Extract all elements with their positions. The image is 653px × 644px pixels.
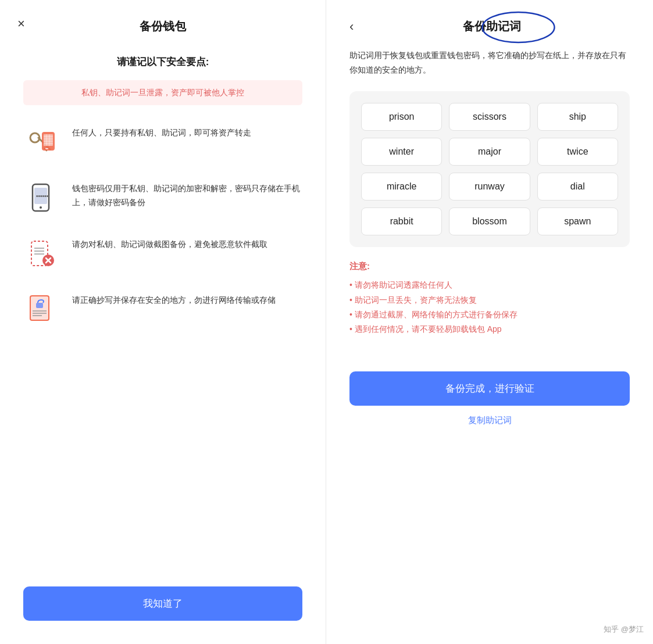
mnemonic-word-5: major bbox=[449, 138, 530, 166]
back-button[interactable]: ‹ bbox=[349, 20, 354, 33]
warning-banner: 私钥、助记词一旦泄露，资产即可被他人掌控 bbox=[23, 80, 302, 105]
right-panel: ‹ 备份助记词 助记词用于恢复钱包或重置钱包密码，将它准确的抄写在纸上，并存放在… bbox=[326, 0, 653, 644]
mnemonic-grid: prisonscissorsshipwintermajortwicemiracl… bbox=[349, 91, 630, 247]
right-header: ‹ 备份助记词 bbox=[349, 19, 630, 34]
mnemonic-word-8: runway bbox=[449, 173, 530, 201]
mnemonic-word-12: spawn bbox=[537, 207, 618, 235]
security-item-4: 请正确抄写并保存在安全的地方，勿进行网络传输或存储 bbox=[23, 291, 302, 328]
security-text-2: 钱包密码仅用于私钥、助记词的加密和解密，密码只存储在手机上，请做好密码备份 bbox=[72, 180, 302, 210]
svg-point-17 bbox=[40, 206, 42, 209]
acknowledge-button[interactable]: 我知道了 bbox=[23, 586, 302, 621]
security-text-3: 请勿对私钥、助记词做截图备份，避免被恶意软件截取 bbox=[72, 235, 267, 252]
document-icon bbox=[23, 291, 60, 328]
left-subtitle: 请谨记以下安全要点: bbox=[23, 55, 302, 69]
security-item-1: 任何人，只要持有私钥、助记词，即可将资产转走 bbox=[23, 124, 302, 161]
mnemonic-word-4: winter bbox=[361, 138, 442, 166]
notes-title: 注意: bbox=[349, 261, 630, 272]
mnemonic-word-10: rabbit bbox=[361, 207, 442, 235]
screenshot-icon bbox=[23, 235, 60, 273]
mnemonic-word-11: blossom bbox=[449, 207, 530, 235]
left-title: 备份钱包 bbox=[23, 19, 302, 34]
watermark: 知乎 @梦江 bbox=[604, 624, 644, 635]
security-item-3: 请勿对私钥、助记词做截图备份，避免被恶意软件截取 bbox=[23, 235, 302, 273]
security-text-4: 请正确抄写并保存在安全的地方，勿进行网络传输或存储 bbox=[72, 291, 276, 307]
mnemonic-word-2: scissors bbox=[449, 103, 530, 131]
right-desc: 助记词用于恢复钱包或重置钱包密码，将它准确的抄写在纸上，并存放在只有你知道的安全… bbox=[349, 48, 630, 77]
close-button[interactable]: × bbox=[17, 17, 25, 30]
note-item-3: • 请勿通过截屏、网络传输的方式进行备份保存 bbox=[349, 307, 630, 322]
svg-rect-27 bbox=[36, 303, 43, 308]
note-item-1: • 请勿将助记词透露给任何人 bbox=[349, 278, 630, 292]
mnemonic-word-7: miracle bbox=[361, 173, 442, 201]
svg-rect-5 bbox=[44, 134, 53, 146]
right-title: 备份助记词 bbox=[354, 19, 630, 34]
security-item-2: •••••• 钱包密码仅用于私钥、助记词的加密和解密，密码只存储在手机上，请做好… bbox=[23, 180, 302, 217]
svg-rect-6 bbox=[45, 148, 48, 149]
mnemonic-word-9: dial bbox=[537, 173, 618, 201]
copy-mnemonic-link[interactable]: 复制助记词 bbox=[349, 415, 630, 426]
note-item-4: • 遇到任何情况，请不要轻易卸载钱包 App bbox=[349, 322, 630, 337]
notes-list: • 请勿将助记词透露给任何人• 助记词一旦丢失，资产将无法恢复• 请勿通过截屏、… bbox=[349, 278, 630, 337]
warning-text: 私钥、助记词一旦泄露，资产即可被他人掌控 bbox=[81, 88, 244, 97]
verify-button[interactable]: 备份完成，进行验证 bbox=[349, 371, 630, 406]
phone-password-icon: •••••• bbox=[23, 180, 60, 217]
mnemonic-word-6: twice bbox=[537, 138, 618, 166]
left-panel: × 备份钱包 请谨记以下安全要点: 私钥、助记词一旦泄露，资产即可被他人掌控 bbox=[0, 0, 326, 644]
note-item-2: • 助记词一旦丢失，资产将无法恢复 bbox=[349, 293, 630, 307]
mnemonic-word-3: ship bbox=[537, 103, 618, 131]
svg-text:••••••: •••••• bbox=[36, 193, 49, 199]
mnemonic-word-1: prison bbox=[361, 103, 442, 131]
key-phone-icon bbox=[23, 124, 60, 161]
security-text-1: 任何人，只要持有私钥、助记词，即可将资产转走 bbox=[72, 124, 251, 140]
